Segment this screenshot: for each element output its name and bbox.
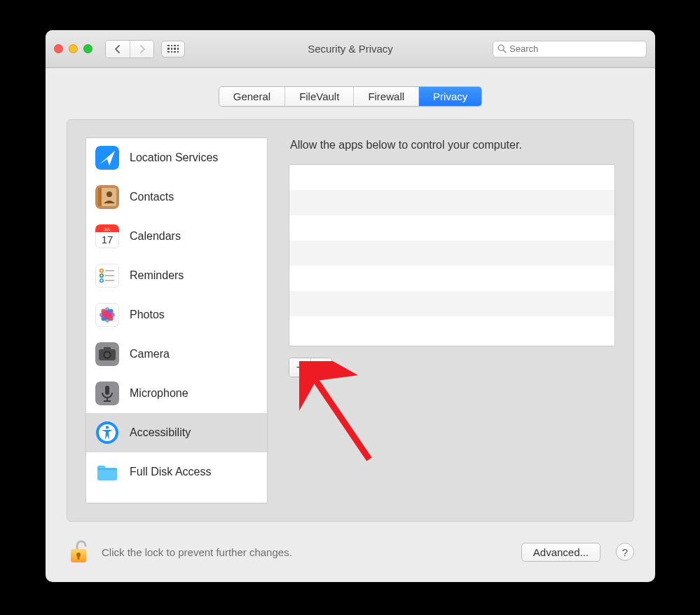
camera-icon [95,342,120,367]
close-window-button[interactable] [54,44,63,53]
chevron-left-icon [114,45,121,53]
tab-filevault[interactable]: FileVault [284,87,353,106]
back-button[interactable] [106,41,130,58]
accessibility-icon [95,420,120,445]
search-field[interactable] [493,41,647,58]
svg-rect-30 [104,347,111,351]
svg-point-32 [105,353,110,358]
sidebar-item-photos[interactable]: Photos [86,295,267,334]
tab-firewall[interactable]: Firewall [353,87,418,106]
list-row [289,215,615,241]
sidebar-item-calendars[interactable]: JUL17 Calendars [86,217,267,256]
sidebar-item-label: Full Disk Access [130,466,211,478]
list-row [289,241,615,266]
lock-description: Click the lock to prevent further change… [102,546,292,558]
minimize-window-button[interactable] [69,44,78,53]
sidebar-item-label: Location Services [130,151,218,164]
add-app-button[interactable]: + [289,358,310,377]
tab-label: Privacy [433,90,467,102]
photos-icon [95,302,120,327]
folder-icon [95,459,120,485]
detail-pane: Allow the apps below to control your com… [289,137,615,504]
sidebar-item-label: Accessibility [130,426,191,439]
reminders-icon [95,263,120,288]
sidebar-item-label: Reminders [130,269,184,282]
svg-point-6 [107,191,112,197]
sidebar-item-location-services[interactable]: Location Services [86,138,267,177]
preferences-window: Security & Privacy General FileVault Fir… [46,30,655,582]
sidebar-item-reminders[interactable]: Reminders [86,256,267,295]
svg-rect-5 [98,188,102,206]
tab-general[interactable]: General [219,87,284,106]
svg-text:JUL: JUL [104,227,111,231]
list-row [289,316,615,342]
sidebar-item-accessibility[interactable]: Accessibility [86,413,267,452]
show-all-button[interactable] [161,41,185,58]
tab-privacy[interactable]: Privacy [418,87,481,106]
tab-label: General [233,90,270,102]
sidebar-item-label: Contacts [130,191,174,203]
chevron-right-icon [139,45,146,53]
calendar-icon: JUL17 [95,224,120,249]
sidebar-item-label: Photos [130,309,165,321]
nav-back-forward [105,40,154,58]
pane-description: Allow the apps below to control your com… [289,137,615,164]
location-icon [95,145,120,170]
svg-point-39 [106,426,109,429]
forward-button[interactable] [130,41,153,58]
tab-label: FileVault [299,90,339,102]
sidebar-item-microphone[interactable]: Microphone [86,374,267,413]
sidebar-item-contacts[interactable]: Contacts [86,177,267,217]
list-row [289,291,615,316]
svg-rect-34 [105,386,109,395]
titlebar: Security & Privacy [46,30,655,68]
tabs: General FileVault Firewall Privacy [219,86,483,107]
zoom-window-button[interactable] [83,44,92,53]
window-controls [54,44,92,53]
sidebar-item-full-disk-access[interactable]: Full Disk Access [86,452,267,492]
content-frame: Location Services Contacts JUL17 Calenda… [67,119,634,522]
list-row [289,266,615,291]
list-row [289,190,615,215]
add-remove-group: + − [289,358,332,377]
search-input[interactable] [509,43,642,54]
grid-icon [167,45,179,53]
search-icon [497,44,507,53]
allowed-apps-list[interactable] [289,164,615,346]
sidebar-item-label: Camera [130,348,170,360]
sidebar-item-label: Calendars [130,230,181,243]
tabs-container: General FileVault Firewall Privacy [46,68,655,114]
question-icon: ? [622,546,628,558]
contacts-icon [95,184,120,210]
sidebar-item-camera[interactable]: Camera [86,334,267,374]
minus-icon: − [317,360,325,375]
plus-icon: + [296,360,304,375]
svg-rect-44 [78,555,80,560]
microphone-icon [95,381,120,406]
list-row [289,165,615,190]
unlocked-lock-icon [69,539,91,565]
footer: Click the lock to prevent further change… [46,532,655,582]
tab-label: Firewall [368,90,404,102]
privacy-category-list[interactable]: Location Services Contacts JUL17 Calenda… [85,137,268,504]
help-button[interactable]: ? [616,543,634,561]
lock-button[interactable] [67,539,93,565]
svg-text:17: 17 [102,234,114,245]
advanced-button[interactable]: Advanced... [521,543,601,562]
svg-rect-41 [97,468,117,470]
sidebar-item-label: Microphone [130,387,188,400]
svg-line-1 [503,50,506,53]
remove-app-button[interactable]: − [310,358,331,377]
